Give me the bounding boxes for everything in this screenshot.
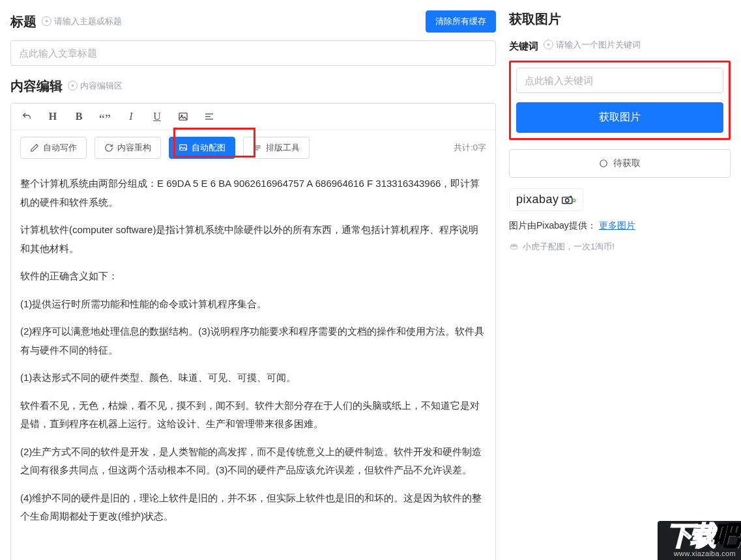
svg-rect-12: [570, 195, 572, 197]
title-label: 标题: [10, 13, 36, 31]
clear-cache-button[interactable]: 清除所有缓存: [426, 10, 496, 33]
svg-point-11: [565, 198, 569, 202]
layout-tool-button[interactable]: 排版工具: [243, 137, 310, 159]
align-left-icon[interactable]: [203, 110, 216, 123]
editor-toolbar-formatting: H B “” I U: [11, 104, 495, 130]
coin-icon: [509, 242, 519, 252]
bold-icon[interactable]: B: [72, 110, 85, 123]
auto-write-button[interactable]: 自动写作: [20, 137, 87, 159]
quote-icon[interactable]: “”: [98, 113, 111, 126]
more-images-link[interactable]: 更多图片: [599, 220, 635, 231]
heading-icon[interactable]: H: [46, 110, 59, 123]
fetch-status-label: 待获取: [613, 158, 641, 169]
editor-paragraph: (2)程序可以满意地处理信息的数据结构。(3)说明程序功能要求和程序需要的文档的…: [20, 322, 486, 359]
content-label: 内容编辑: [10, 77, 63, 95]
cost-note-text: 小虎子配图，一次1淘币!: [523, 241, 615, 253]
editor-paragraph: (4)维护不同的硬件是旧的，理论上软件是旧的，并不坏，但实际上软件也是旧的和坏的…: [20, 489, 486, 526]
title-section-header: 标题 请输入主题或标题 清除所有缓存: [10, 10, 496, 33]
fetch-image-box: 获取图片: [509, 61, 731, 140]
content-section-header: 内容编辑 内容编辑区: [10, 77, 496, 95]
editor-paragraph: 计算机软件(computer software)是指计算机系统中除硬件以外的所有…: [20, 221, 486, 258]
fetch-status: 待获取: [509, 149, 731, 178]
editor-paragraph: (1)提供运行时所需功能和性能的命令或计算机程序集合。: [20, 295, 486, 314]
layout-tool-label: 排版工具: [266, 142, 300, 154]
editor-paragraph: (2)生产方式不同的软件是开发，是人类智能的高发挥，而不是传统意义上的硬件制造。…: [20, 443, 486, 480]
editor-toolbar-actions: 自动写作 内容重构 自动配图 排版工具: [11, 130, 495, 165]
restructure-label: 内容重构: [117, 142, 151, 154]
title-hint: 请输入主题或标题: [42, 16, 122, 26]
content-hint: 内容编辑区: [68, 81, 123, 91]
auto-image-label: 自动配图: [192, 142, 225, 154]
underline-icon[interactable]: U: [151, 110, 164, 123]
fetch-image-button[interactable]: 获取图片: [516, 102, 723, 133]
undo-icon[interactable]: [20, 110, 33, 123]
pixabay-logo: pixabay: [509, 188, 583, 211]
provider-prefix: 图片由Pixabay提供：: [509, 220, 596, 231]
cost-note: 小虎子配图，一次1淘币!: [509, 241, 731, 253]
auto-image-button[interactable]: 自动配图: [169, 137, 235, 159]
keyword-hint: 请输入一个图片关键词: [544, 40, 641, 49]
keyword-header: 关键词 请输入一个图片关键词: [509, 40, 731, 53]
keyword-input[interactable]: [516, 68, 723, 93]
editor-paragraph: 整个计算机系统由两部分组成：E 69DA 5 E 6 BA 9062616964…: [20, 175, 486, 212]
restructure-button[interactable]: 内容重构: [94, 137, 161, 159]
editor-paragraph: 软件看不见，无色，枯燥，看不见，摸不到，闻不到。软件大部分存在于人们的头脑或纸上…: [20, 397, 486, 434]
svg-point-9: [600, 160, 607, 167]
editor-paragraph: 软件的正确含义如下：: [20, 267, 486, 286]
camera-icon: [562, 195, 576, 204]
keyword-label: 关键词: [509, 40, 538, 53]
image-icon[interactable]: [177, 110, 190, 123]
italic-icon[interactable]: I: [124, 110, 138, 123]
auto-write-label: 自动写作: [43, 142, 77, 154]
editor-paragraph: (1)表达形式不同的硬件类型、颜色、味道、可见、可摸、可闻。: [20, 369, 486, 387]
editor-container: H B “” I U 自动写作: [10, 103, 496, 560]
svg-point-13: [572, 199, 575, 201]
sidebar-title: 获取图片: [509, 10, 731, 28]
editor-content-area[interactable]: 整个计算机系统由两部分组成：E 69DA 5 E 6 BA 9062616964…: [11, 165, 495, 560]
word-count: 共计:0字: [454, 142, 486, 154]
article-title-input[interactable]: [10, 40, 496, 66]
provider-line: 图片由Pixabay提供： 更多图片: [509, 220, 731, 232]
